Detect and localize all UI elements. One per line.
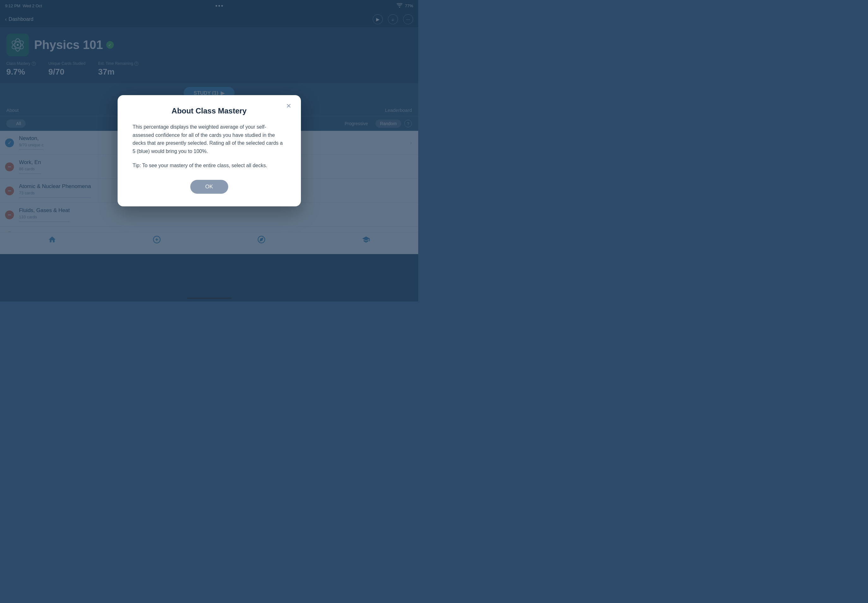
modal-close-button[interactable]: ✕ [284, 101, 294, 111]
modal-tip: Tip: To see your mastery of the entire c… [133, 161, 286, 170]
modal-body: This percentage displays the weighted av… [133, 123, 286, 155]
modal-title: About Class Mastery [133, 107, 286, 115]
modal-overlay: ✕ About Class Mastery This percentage di… [0, 0, 418, 302]
close-icon: ✕ [286, 102, 291, 110]
modal-ok-button[interactable]: OK [190, 180, 228, 194]
modal-about-mastery: ✕ About Class Mastery This percentage di… [118, 95, 301, 206]
